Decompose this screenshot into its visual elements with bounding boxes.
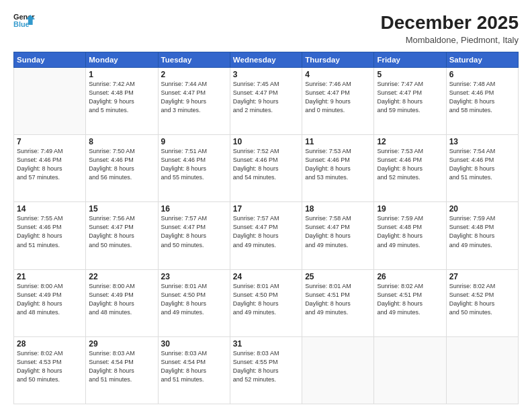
page: General Blue December 2025 Mombaldone, P… bbox=[0, 0, 532, 411]
day-info: Sunrise: 8:02 AM Sunset: 4:52 PM Dayligh… bbox=[449, 282, 515, 317]
calendar-header-row: Sunday Monday Tuesday Wednesday Thursday… bbox=[14, 52, 519, 68]
day-info: Sunrise: 7:57 AM Sunset: 4:47 PM Dayligh… bbox=[161, 214, 227, 249]
day-number: 26 bbox=[377, 272, 443, 281]
day-info: Sunrise: 7:48 AM Sunset: 4:46 PM Dayligh… bbox=[449, 80, 515, 115]
table-row: 30Sunrise: 8:03 AM Sunset: 4:54 PM Dayli… bbox=[158, 336, 230, 404]
day-number: 18 bbox=[305, 204, 371, 214]
table-row: 19Sunrise: 7:59 AM Sunset: 4:48 PM Dayli… bbox=[374, 202, 446, 269]
header: General Blue December 2025 Mombaldone, P… bbox=[13, 12, 519, 45]
day-info: Sunrise: 7:58 AM Sunset: 4:47 PM Dayligh… bbox=[305, 214, 371, 249]
day-info: Sunrise: 7:50 AM Sunset: 4:46 PM Dayligh… bbox=[89, 147, 154, 182]
day-info: Sunrise: 7:59 AM Sunset: 4:48 PM Dayligh… bbox=[449, 214, 515, 249]
table-row: 24Sunrise: 8:01 AM Sunset: 4:50 PM Dayli… bbox=[230, 269, 302, 336]
day-info: Sunrise: 8:00 AM Sunset: 4:49 PM Dayligh… bbox=[89, 282, 154, 317]
day-number: 11 bbox=[305, 137, 371, 146]
day-info: Sunrise: 8:03 AM Sunset: 4:55 PM Dayligh… bbox=[233, 349, 299, 384]
calendar-week-row: 7Sunrise: 7:49 AM Sunset: 4:46 PM Daylig… bbox=[14, 135, 519, 202]
day-number: 17 bbox=[233, 204, 299, 214]
day-info: Sunrise: 7:53 AM Sunset: 4:46 PM Dayligh… bbox=[305, 147, 371, 182]
day-number: 15 bbox=[89, 204, 154, 214]
day-info: Sunrise: 7:53 AM Sunset: 4:46 PM Dayligh… bbox=[377, 147, 443, 182]
col-monday: Monday bbox=[86, 52, 158, 68]
day-info: Sunrise: 7:55 AM Sunset: 4:46 PM Dayligh… bbox=[17, 214, 83, 249]
logo-icon: General Blue bbox=[13, 12, 35, 31]
calendar-week-row: 14Sunrise: 7:55 AM Sunset: 4:46 PM Dayli… bbox=[14, 202, 519, 269]
calendar-week-row: 1Sunrise: 7:42 AM Sunset: 4:48 PM Daylig… bbox=[14, 68, 519, 135]
col-tuesday: Tuesday bbox=[158, 52, 230, 68]
day-number: 13 bbox=[449, 137, 515, 146]
main-title: December 2025 bbox=[381, 12, 519, 34]
day-number: 30 bbox=[161, 339, 227, 349]
day-info: Sunrise: 7:46 AM Sunset: 4:47 PM Dayligh… bbox=[305, 80, 371, 115]
table-row: 1Sunrise: 7:42 AM Sunset: 4:48 PM Daylig… bbox=[86, 68, 158, 135]
day-info: Sunrise: 7:54 AM Sunset: 4:46 PM Dayligh… bbox=[449, 147, 515, 182]
day-number: 20 bbox=[449, 204, 515, 214]
day-info: Sunrise: 8:01 AM Sunset: 4:51 PM Dayligh… bbox=[305, 282, 371, 317]
title-area: December 2025 Mombaldone, Piedmont, Ital… bbox=[381, 12, 519, 45]
day-info: Sunrise: 7:44 AM Sunset: 4:47 PM Dayligh… bbox=[161, 80, 227, 115]
day-info: Sunrise: 7:52 AM Sunset: 4:46 PM Dayligh… bbox=[233, 147, 299, 182]
day-number: 23 bbox=[161, 272, 227, 281]
table-row bbox=[302, 336, 374, 404]
table-row: 15Sunrise: 7:56 AM Sunset: 4:47 PM Dayli… bbox=[86, 202, 158, 269]
calendar-week-row: 28Sunrise: 8:02 AM Sunset: 4:53 PM Dayli… bbox=[14, 336, 519, 404]
table-row: 31Sunrise: 8:03 AM Sunset: 4:55 PM Dayli… bbox=[230, 336, 302, 404]
day-info: Sunrise: 8:03 AM Sunset: 4:54 PM Dayligh… bbox=[161, 349, 227, 384]
day-info: Sunrise: 8:03 AM Sunset: 4:54 PM Dayligh… bbox=[89, 349, 154, 384]
day-number: 5 bbox=[377, 70, 443, 79]
day-number: 21 bbox=[17, 272, 83, 281]
table-row: 3Sunrise: 7:45 AM Sunset: 4:47 PM Daylig… bbox=[230, 68, 302, 135]
day-info: Sunrise: 7:57 AM Sunset: 4:47 PM Dayligh… bbox=[233, 214, 299, 249]
table-row: 7Sunrise: 7:49 AM Sunset: 4:46 PM Daylig… bbox=[14, 135, 86, 202]
table-row bbox=[14, 68, 86, 135]
day-number: 27 bbox=[449, 272, 515, 281]
table-row bbox=[374, 336, 446, 404]
day-number: 1 bbox=[89, 70, 154, 79]
logo: General Blue bbox=[13, 12, 35, 31]
day-info: Sunrise: 8:01 AM Sunset: 4:50 PM Dayligh… bbox=[233, 282, 299, 317]
day-number: 14 bbox=[17, 204, 83, 214]
day-info: Sunrise: 7:59 AM Sunset: 4:48 PM Dayligh… bbox=[377, 214, 443, 249]
day-number: 25 bbox=[305, 272, 371, 281]
svg-text:Blue: Blue bbox=[13, 20, 30, 28]
day-number: 31 bbox=[233, 339, 299, 349]
calendar-table: Sunday Monday Tuesday Wednesday Thursday… bbox=[13, 52, 519, 404]
day-number: 7 bbox=[17, 137, 83, 146]
day-info: Sunrise: 8:02 AM Sunset: 4:51 PM Dayligh… bbox=[377, 282, 443, 317]
table-row: 17Sunrise: 7:57 AM Sunset: 4:47 PM Dayli… bbox=[230, 202, 302, 269]
day-number: 28 bbox=[17, 339, 83, 349]
table-row: 16Sunrise: 7:57 AM Sunset: 4:47 PM Dayli… bbox=[158, 202, 230, 269]
day-info: Sunrise: 7:49 AM Sunset: 4:46 PM Dayligh… bbox=[17, 147, 83, 182]
day-info: Sunrise: 8:00 AM Sunset: 4:49 PM Dayligh… bbox=[17, 282, 83, 317]
table-row: 10Sunrise: 7:52 AM Sunset: 4:46 PM Dayli… bbox=[230, 135, 302, 202]
col-sunday: Sunday bbox=[14, 52, 86, 68]
table-row: 13Sunrise: 7:54 AM Sunset: 4:46 PM Dayli… bbox=[446, 135, 518, 202]
table-row: 9Sunrise: 7:51 AM Sunset: 4:46 PM Daylig… bbox=[158, 135, 230, 202]
table-row: 21Sunrise: 8:00 AM Sunset: 4:49 PM Dayli… bbox=[14, 269, 86, 336]
day-info: Sunrise: 7:47 AM Sunset: 4:47 PM Dayligh… bbox=[377, 80, 443, 115]
table-row: 26Sunrise: 8:02 AM Sunset: 4:51 PM Dayli… bbox=[374, 269, 446, 336]
table-row: 2Sunrise: 7:44 AM Sunset: 4:47 PM Daylig… bbox=[158, 68, 230, 135]
day-info: Sunrise: 7:51 AM Sunset: 4:46 PM Dayligh… bbox=[161, 147, 227, 182]
day-number: 6 bbox=[449, 70, 515, 79]
table-row: 28Sunrise: 8:02 AM Sunset: 4:53 PM Dayli… bbox=[14, 336, 86, 404]
table-row: 6Sunrise: 7:48 AM Sunset: 4:46 PM Daylig… bbox=[446, 68, 518, 135]
day-number: 24 bbox=[233, 272, 299, 281]
table-row: 5Sunrise: 7:47 AM Sunset: 4:47 PM Daylig… bbox=[374, 68, 446, 135]
day-number: 10 bbox=[233, 137, 299, 146]
day-number: 22 bbox=[89, 272, 154, 281]
day-info: Sunrise: 7:45 AM Sunset: 4:47 PM Dayligh… bbox=[233, 80, 299, 115]
table-row bbox=[446, 336, 518, 404]
table-row: 4Sunrise: 7:46 AM Sunset: 4:47 PM Daylig… bbox=[302, 68, 374, 135]
day-number: 8 bbox=[89, 137, 154, 146]
table-row: 12Sunrise: 7:53 AM Sunset: 4:46 PM Dayli… bbox=[374, 135, 446, 202]
day-number: 2 bbox=[161, 70, 227, 79]
col-thursday: Thursday bbox=[302, 52, 374, 68]
day-info: Sunrise: 7:42 AM Sunset: 4:48 PM Dayligh… bbox=[89, 80, 154, 115]
table-row: 23Sunrise: 8:01 AM Sunset: 4:50 PM Dayli… bbox=[158, 269, 230, 336]
table-row: 27Sunrise: 8:02 AM Sunset: 4:52 PM Dayli… bbox=[446, 269, 518, 336]
table-row: 11Sunrise: 7:53 AM Sunset: 4:46 PM Dayli… bbox=[302, 135, 374, 202]
day-info: Sunrise: 8:01 AM Sunset: 4:50 PM Dayligh… bbox=[161, 282, 227, 317]
table-row: 25Sunrise: 8:01 AM Sunset: 4:51 PM Dayli… bbox=[302, 269, 374, 336]
table-row: 18Sunrise: 7:58 AM Sunset: 4:47 PM Dayli… bbox=[302, 202, 374, 269]
